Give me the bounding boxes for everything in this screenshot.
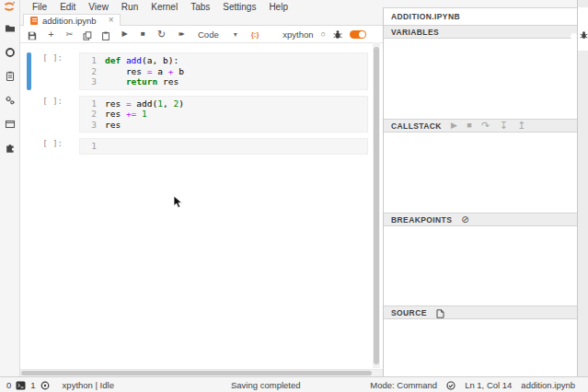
left-sidebar	[0, 0, 20, 376]
variables-label: VARIABLES	[391, 28, 439, 37]
step-in-icon[interactable]: ↧	[500, 120, 509, 132]
source-body	[384, 319, 577, 376]
command-mode-indicator[interactable]: Mode: Command	[370, 380, 437, 390]
cell-prompt: [ ]:	[31, 138, 79, 155]
terminals-count[interactable]: 0	[6, 380, 11, 390]
menu-edit[interactable]: Edit	[53, 0, 82, 14]
sessions-window-icon[interactable]	[5, 119, 16, 130]
breakpoints-section-header[interactable]: BREAKPOINTS ⊘	[384, 213, 577, 226]
cell-prompt: [ ]:	[31, 52, 79, 90]
kernel-status-text[interactable]: xpython | Idle	[63, 380, 114, 390]
notebook-content: [ ]:1def add(a, b):2 res = a + b3 return…	[20, 43, 383, 369]
remove-all-breakpoints-icon[interactable]: ⊘	[461, 213, 469, 225]
chevron-down-icon: ▾	[234, 30, 237, 39]
paste-cells-button[interactable]	[101, 28, 111, 40]
cell-editor[interactable]: 1	[79, 138, 368, 155]
restart-kernel-button[interactable]: ↻	[156, 26, 167, 42]
kernel-badge: {:}	[251, 30, 259, 39]
jupyterlab-window: File Edit View Run Kernel Tabs Settings …	[0, 0, 588, 392]
tab-label: addition.ipynb	[42, 16, 97, 26]
kernel-sessions-icon	[40, 380, 50, 390]
main-area: addition.ipynb × + ✂	[20, 14, 383, 376]
line-number-gutter[interactable]: 3	[80, 120, 97, 131]
right-sidebar-strip	[577, 0, 588, 376]
line-number-gutter[interactable]: 2	[80, 109, 97, 120]
code-line	[97, 141, 110, 152]
save-status-message: Saving completed	[231, 380, 301, 390]
running-sessions-icon[interactable]	[5, 47, 16, 58]
callstack-section-header[interactable]: CALLSTACK ▶ ■ ↷ ↧ ↥	[384, 119, 577, 133]
copy-cells-button[interactable]	[83, 28, 93, 40]
menu-view[interactable]: View	[82, 0, 115, 14]
line-number-gutter[interactable]: 3	[80, 76, 97, 87]
debugger-toggle[interactable]	[350, 30, 366, 39]
menu-tabs[interactable]: Tabs	[184, 0, 216, 14]
debugger-panel-title: ADDITION.IPYNB	[384, 8, 577, 25]
file-browser-icon[interactable]	[5, 23, 16, 34]
property-inspector-icon[interactable]	[5, 71, 16, 82]
cut-cells-button[interactable]: ✂	[64, 26, 75, 42]
vertical-scrollbar[interactable]	[373, 42, 380, 368]
horizontal-scrollbar[interactable]	[20, 369, 383, 376]
jupyter-logo-icon	[3, 1, 16, 13]
trust-check-icon	[446, 380, 455, 390]
menu-bar: File Edit View Run Kernel Tabs Settings …	[20, 0, 407, 14]
notebook-cell[interactable]: [ ]:1def add(a, b):2 res = a + b3 return…	[27, 52, 383, 90]
menu-settings[interactable]: Settings	[216, 0, 262, 14]
breakpoints-body	[384, 226, 577, 306]
cell-list: [ ]:1def add(a, b):2 res = a + b3 return…	[20, 43, 383, 155]
line-number-gutter[interactable]: 2	[80, 66, 97, 77]
cursor-position-indicator[interactable]: Ln 1, Col 14	[465, 380, 512, 390]
cell-type-value: Code	[198, 29, 219, 40]
run-cell-button[interactable]: ▶	[120, 26, 130, 42]
step-out-icon[interactable]: ↥	[517, 120, 526, 132]
line-number-gutter[interactable]: 1	[80, 55, 97, 66]
callstack-body	[384, 133, 577, 213]
notebook-file-icon	[30, 17, 38, 25]
breakpoints-label: BREAKPOINTS	[391, 215, 452, 225]
kernels-count[interactable]: 1	[30, 380, 35, 390]
source-section-header[interactable]: SOURCE	[384, 306, 577, 319]
tab-close-icon[interactable]: ×	[109, 16, 114, 25]
terminal-icon	[16, 380, 26, 390]
code-line: return res	[97, 76, 179, 87]
status-bar: 0 1 xpython | Idle Saving completed Mode…	[0, 376, 588, 392]
continue-icon[interactable]: ▶	[451, 120, 457, 132]
code-line: res = a + b	[97, 66, 184, 77]
variables-section-header[interactable]: VARIABLES	[384, 25, 577, 39]
cell-editor[interactable]: 1def add(a, b):2 res = a + b3 return res	[79, 52, 368, 90]
code-line: res += 1	[97, 109, 147, 120]
menu-run[interactable]: Run	[115, 0, 144, 14]
dock-tab-bar: addition.ipynb ×	[20, 14, 383, 26]
bug-icon[interactable]	[333, 29, 342, 40]
line-number-gutter[interactable]: 1	[80, 98, 97, 110]
add-cell-button[interactable]: +	[46, 26, 56, 42]
cell-type-select[interactable]: Code ▾	[198, 29, 237, 40]
notebook-toolbar: + ✂ ▶ ■ ↻ ▸▸ Code ▾ {:}	[20, 26, 383, 43]
extensions-gears-icon[interactable]	[5, 95, 16, 106]
menu-file[interactable]: File	[26, 0, 53, 14]
active-filename: addition.ipynb	[521, 380, 575, 390]
menu-kernel[interactable]: Kernel	[144, 0, 184, 14]
code-line: def add(a, b):	[97, 55, 179, 66]
menu-help[interactable]: Help	[262, 0, 294, 14]
kernel-status-icon: ○	[321, 29, 326, 39]
code-line: res	[97, 120, 121, 131]
line-number-gutter[interactable]: 1	[80, 141, 97, 152]
variables-body	[384, 39, 577, 119]
interrupt-kernel-button[interactable]: ■	[138, 26, 148, 42]
notebook-cell[interactable]: [ ]:1res = add(1, 2)2res += 13res	[27, 96, 383, 133]
kernel-name-label[interactable]: xpython	[282, 29, 313, 40]
debugger-sidebar-tab[interactable]	[578, 7, 588, 51]
callstack-label: CALLSTACK	[391, 121, 442, 131]
extension-manager-puzzle-icon[interactable]	[5, 143, 16, 154]
notebook-cell[interactable]: [ ]:1	[27, 138, 383, 155]
source-label: SOURCE	[391, 308, 427, 317]
cell-editor[interactable]: 1res = add(1, 2)2res += 13res	[79, 96, 368, 133]
step-over-icon[interactable]: ↷	[481, 120, 490, 132]
restart-run-all-button[interactable]: ▸▸	[175, 26, 187, 42]
terminate-icon[interactable]: ■	[467, 120, 472, 132]
notebook-tab[interactable]: addition.ipynb ×	[23, 14, 121, 26]
open-source-icon[interactable]	[436, 307, 444, 318]
save-button[interactable]	[28, 28, 38, 40]
